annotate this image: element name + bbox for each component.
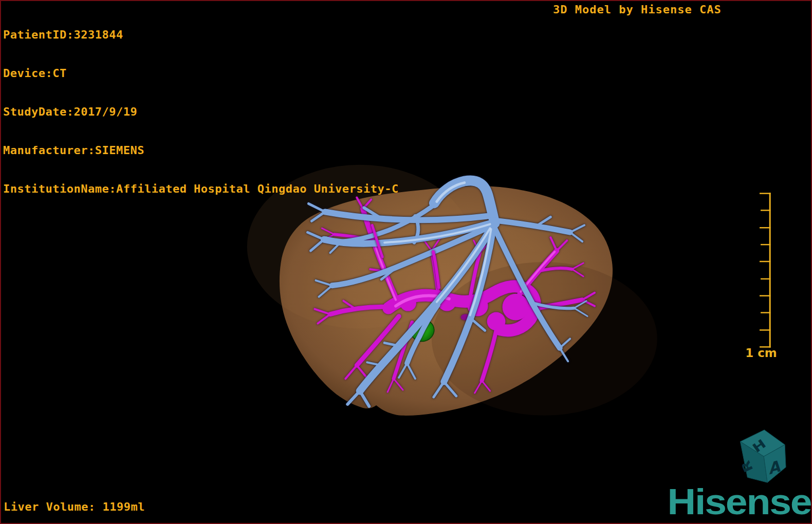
liver-volume-label: Liver Volume: 1199ml bbox=[4, 500, 145, 513]
cube-letter-right: A bbox=[769, 456, 782, 478]
watermark-text: 3D Model by Hisense CAS bbox=[553, 3, 722, 16]
study-date-line: StudyDate:2017/9/19 bbox=[3, 105, 399, 118]
orientation-cube[interactable]: H R A bbox=[739, 430, 786, 483]
viewer-screen: 1 cm H R A PatientID:3231844 Device:CT S… bbox=[0, 0, 812, 524]
scale-bar: 1 cm bbox=[745, 194, 777, 360]
scale-bar-label: 1 cm bbox=[745, 346, 777, 360]
device-line: Device:CT bbox=[3, 67, 399, 80]
patient-id-line: PatientID:3231844 bbox=[3, 28, 399, 41]
hisense-logo: Hisense bbox=[667, 484, 811, 520]
patient-info-overlay: PatientID:3231844 Device:CT StudyDate:20… bbox=[3, 3, 399, 221]
institution-line: InstitutionName:Affiliated Hospital Qing… bbox=[3, 182, 399, 195]
manufacturer-line: Manufacturer:SIEMENS bbox=[3, 144, 399, 157]
